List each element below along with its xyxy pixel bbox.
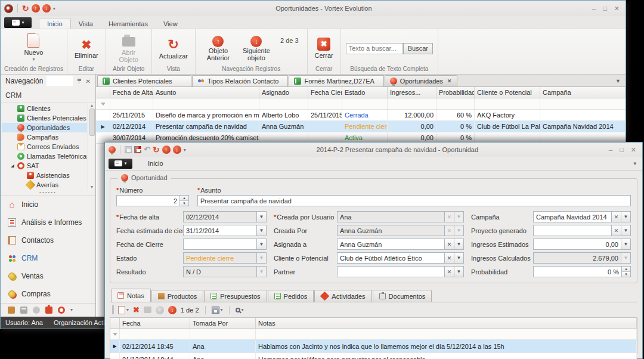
search-notes-button[interactable]: ▾ (236, 307, 244, 312)
warehouse-module-icon[interactable] (8, 307, 15, 314)
scroll-up-icon[interactable]: ▲ (90, 103, 94, 107)
dropdown-icon[interactable]: ▼ (454, 267, 463, 277)
maximize-button[interactable]: □ (620, 146, 624, 153)
next-note-button[interactable]: ↓ (168, 306, 177, 314)
crm-module-icon[interactable] (58, 307, 65, 314)
dropdown-icon[interactable]: ▼ (454, 212, 463, 222)
buscar-button[interactable]: Buscar (403, 43, 433, 54)
spinner-buttons[interactable]: ▲▼ (621, 267, 630, 277)
dropdown-icon[interactable]: ▼ (621, 239, 630, 249)
undo-icon[interactable]: ↶ (144, 146, 150, 153)
printing-module-icon[interactable] (20, 307, 27, 314)
clear-icon[interactable]: ✕ (444, 267, 454, 277)
eliminar-button[interactable]: ✖ Eliminar (72, 38, 101, 60)
dropdown-icon[interactable]: ▼ (621, 212, 630, 222)
document-tab[interactable]: Tipos Relación Contacto (192, 75, 288, 86)
dropdown-icon[interactable]: ▼ (256, 253, 266, 263)
cliente-o-potencial-field[interactable]: Club de Fútbol Atlético Ético✕▼ (337, 252, 464, 264)
refresh-icon[interactable]: ↻ (22, 5, 29, 13)
dropdown-icon[interactable]: ▼ (621, 225, 630, 236)
open-note-button[interactable] (144, 307, 151, 313)
detail-tab[interactable]: Notas (111, 289, 151, 302)
toolbar-grip[interactable] (112, 305, 114, 314)
nav-tree-item[interactable]: Oportunidades (2, 123, 87, 132)
previous-record-icon[interactable]: ↑ (162, 146, 171, 154)
column-header[interactable]: Ingresos... (388, 87, 436, 98)
dropdown-icon[interactable]: ▼ (256, 239, 266, 249)
tab-close-icon[interactable]: ✕ (447, 78, 452, 84)
pin-icon[interactable] (76, 78, 82, 84)
tab-list-button[interactable]: ▼ (611, 78, 626, 86)
dropdown-icon[interactable]: ▼ (256, 225, 266, 236)
application-menu-button[interactable]: ▾ (109, 159, 132, 169)
module-list-item[interactable]: Contactos (1, 231, 95, 249)
siguiente-objeto-button[interactable]: ↓ Siguiente objeto (239, 35, 274, 62)
column-header[interactable]: Asignado (259, 87, 308, 98)
actualizar-button[interactable]: ↻ Actualizar (157, 37, 190, 60)
previous-note-button[interactable]: ↑ (156, 306, 164, 314)
nav-tree-item[interactable]: Correos Enviados (2, 142, 87, 151)
document-tab[interactable]: Fornés Martinez,D27EA (289, 75, 383, 86)
objeto-anterior-button[interactable]: ↑ Objeto Anterior (200, 35, 236, 62)
column-header[interactable]: Campaña (540, 87, 626, 98)
detail-tab[interactable]: Presupuestos (204, 290, 267, 302)
spinner-buttons[interactable]: ▲▼ (179, 196, 188, 206)
ribbon-tab[interactable]: Inicio (39, 18, 71, 29)
tree-expander-icon[interactable]: ◢ (10, 163, 15, 168)
close-button[interactable]: ✕ (631, 146, 636, 154)
chevron-down-icon[interactable]: ▾ (70, 307, 73, 312)
detail-tab[interactable]: Actividades (314, 290, 371, 302)
minimize-button[interactable]: – (609, 146, 612, 153)
document-tab[interactable]: Clientes Potenciales (97, 75, 191, 86)
fecha-estimada-field[interactable]: 31/12/2014▼ (183, 225, 267, 236)
creada-por-field[interactable]: Anna Guzmán✕▼ (337, 225, 464, 236)
creada-por-usuario-field[interactable]: Ana✕▼ (337, 211, 464, 222)
module-list-item[interactable]: ⌂ Inicio (1, 196, 95, 213)
dropdown-icon[interactable]: ▼ (454, 253, 463, 263)
clear-icon[interactable]: ✕ (444, 239, 454, 249)
services-module-icon[interactable] (33, 307, 40, 314)
panel-splitter[interactable]: •••••• (1, 190, 95, 196)
nav-tree-item[interactable]: ◢ SAT (2, 161, 87, 171)
nuevo-button[interactable]: Nuevo ▾ (22, 33, 46, 64)
column-header[interactable]: Cliente o Potencial (475, 87, 540, 98)
campana-field[interactable]: Campaña Navidad 2014✕▼ (533, 211, 631, 222)
column-header[interactable]: Tomada Por (190, 318, 256, 328)
probabilidad-field[interactable]: 0 %▲▼ (533, 266, 631, 277)
dropdown-icon[interactable]: ▼ (454, 225, 463, 236)
asunto-field[interactable]: Presentar campaña de navidad (197, 195, 631, 206)
ribbon-tab[interactable]: Herramientas (101, 18, 156, 29)
save-and-close-icon[interactable] (134, 146, 141, 153)
clear-icon[interactable]: ✕ (611, 225, 621, 236)
dialog-ribbon-tab[interactable]: Inicio (141, 159, 171, 168)
table-row[interactable]: 25/11/2015 Diseño de marca y promoción e… (96, 110, 626, 121)
nav-tree-item[interactable]: Clientes Potenciales (2, 113, 87, 123)
nav-tree-item[interactable]: Averías (2, 180, 87, 190)
dropdown-icon[interactable]: ▼ (454, 239, 463, 249)
cerrar-button[interactable]: ✖ Cerrar (312, 37, 336, 60)
module-list-item[interactable]: CRM (1, 249, 95, 267)
delete-note-button[interactable]: ✖ (133, 305, 140, 314)
nav-tree-item[interactable]: Llamadas Telefónicas (2, 151, 87, 161)
nav-tree-item[interactable]: Clientes (2, 104, 87, 113)
notes-filter-row[interactable] (110, 329, 637, 340)
ribbon-tab[interactable]: View (156, 18, 185, 29)
new-note-button[interactable]: ▾ (118, 306, 129, 314)
addons-module-icon[interactable] (45, 307, 52, 314)
minimize-button[interactable]: – (592, 5, 596, 12)
column-header[interactable]: Estado (342, 87, 388, 98)
module-list-item[interactable]: Compras (1, 285, 95, 303)
clear-icon[interactable]: ✕ (444, 253, 454, 263)
column-header[interactable]: Fecha (120, 318, 190, 328)
application-menu-button[interactable]: ▾ (4, 17, 32, 28)
dropdown-icon[interactable]: ▼ (256, 267, 266, 277)
resultado-field[interactable]: N / D▼ (183, 266, 267, 277)
nav-tree-item[interactable]: Campañas (2, 132, 87, 142)
estado-field[interactable]: Pendiente cierre▼ (183, 252, 267, 264)
asignada-a-field[interactable]: Anna Guzmán✕▼ (337, 239, 464, 250)
column-header[interactable]: Fecha Cierre (308, 87, 342, 98)
scrollbar-thumb[interactable] (89, 109, 95, 136)
refresh-icon[interactable]: ↻ (153, 146, 160, 154)
maximize-button[interactable]: □ (603, 5, 607, 12)
previous-object-icon[interactable]: ↑ (32, 4, 40, 13)
